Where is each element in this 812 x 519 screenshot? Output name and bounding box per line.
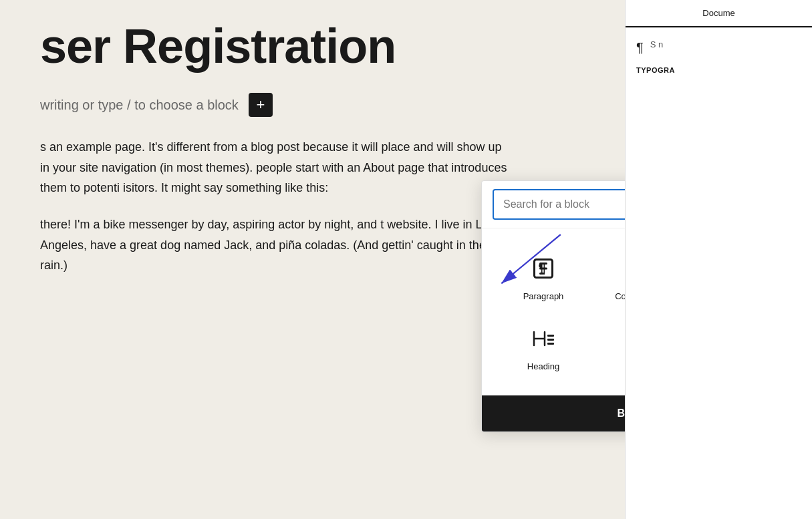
svg-rect-8 <box>547 343 554 345</box>
svg-rect-9 <box>547 335 554 337</box>
add-block-area: writing or type / to choose a block + <box>40 93 585 117</box>
body-text: s an example page. It's different from a… <box>40 137 508 276</box>
block-label-paragraph: Paragraph <box>523 291 564 301</box>
search-box[interactable]: 🔍 <box>493 189 625 220</box>
sidebar-tabs: Docume <box>626 0 812 28</box>
block-item-heading[interactable]: Heading <box>493 312 594 382</box>
paragraph-icon: ¶ <box>527 252 559 285</box>
paragraph-sidebar-icon: ¶ <box>636 40 644 55</box>
sidebar-item-text: S n <box>650 39 664 51</box>
body-paragraph-2: there! I'm a bike messenger by day, aspi… <box>40 214 508 276</box>
svg-rect-7 <box>547 339 554 341</box>
block-item-cf7[interactable]: Contact Form 7 <box>594 242 625 312</box>
block-item-gallery[interactable]: Gallery <box>594 312 625 382</box>
block-inserter-popup: 🔍 ¶ Paragraph <box>481 180 625 432</box>
block-label-heading: Heading <box>527 361 559 371</box>
tab-document[interactable]: Docume <box>626 0 812 27</box>
page-title: ser Registration <box>40 20 585 73</box>
search-input[interactable] <box>503 198 625 210</box>
svg-text:¶: ¶ <box>539 260 547 275</box>
sidebar-paragraph-item: ¶ S n <box>636 39 801 55</box>
blocks-grid: ¶ Paragraph <box>482 228 625 395</box>
add-block-hint: writing or type / to choose a block <box>40 98 239 113</box>
add-block-button[interactable]: + <box>249 93 273 117</box>
sidebar-content: ¶ S n Typogra <box>626 28 812 93</box>
block-label-cf7: Contact Form 7 <box>615 291 625 301</box>
browse-all-button[interactable]: Browse all <box>482 395 625 431</box>
block-item-paragraph[interactable]: ¶ Paragraph <box>493 242 594 312</box>
main-content: ser Registration writing or type / to ch… <box>0 0 625 519</box>
typography-section-title: Typogra <box>636 66 801 74</box>
body-paragraph-1: s an example page. It's different from a… <box>40 137 508 198</box>
sidebar: Docume ¶ S n Typogra <box>625 0 812 519</box>
search-area: 🔍 <box>482 181 625 228</box>
heading-icon <box>527 323 559 355</box>
